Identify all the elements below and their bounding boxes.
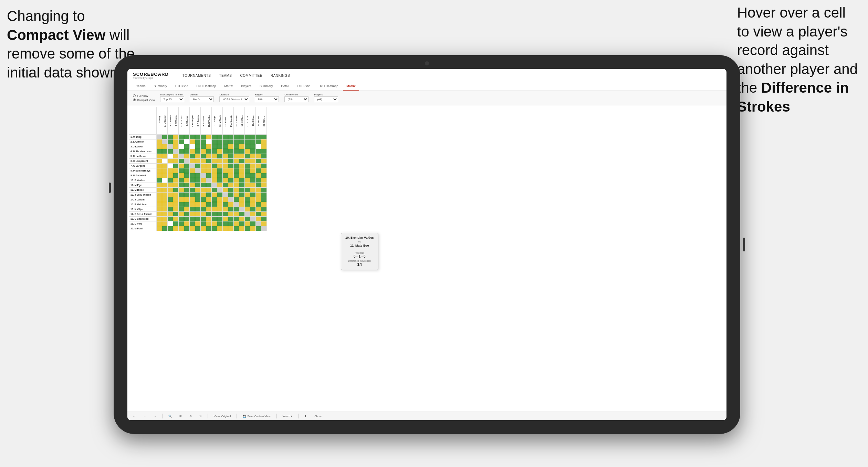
cell-17-2[interactable]	[162, 212, 168, 217]
cell-19-4[interactable]	[173, 221, 179, 226]
cell-18-18[interactable]	[250, 217, 256, 221]
cell-12-4[interactable]	[173, 188, 179, 193]
cell-10-6[interactable]	[184, 178, 190, 183]
cell-8-12[interactable]	[217, 168, 223, 173]
division-select[interactable]: NCAA Division I	[219, 96, 249, 102]
cell-6-6[interactable]	[184, 159, 190, 164]
cell-16-11[interactable]	[212, 207, 217, 212]
watch-button[interactable]: Watch ▾	[281, 414, 294, 418]
cell-15-5[interactable]	[179, 202, 184, 207]
cell-18-7[interactable]	[190, 217, 195, 221]
cell-7-7[interactable]	[190, 164, 195, 168]
cell-13-7[interactable]	[190, 193, 195, 197]
cell-14-1[interactable]	[157, 197, 162, 202]
cell-14-16[interactable]	[239, 197, 245, 202]
cell-8-4[interactable]	[173, 168, 179, 173]
cell-20-10[interactable]	[206, 226, 212, 231]
cell-13-10[interactable]	[206, 193, 212, 197]
cell-13-20[interactable]	[261, 193, 267, 197]
cell-18-2[interactable]	[162, 217, 168, 221]
max-players-select[interactable]: Top 25	[160, 96, 184, 102]
cell-9-12[interactable]	[217, 173, 223, 178]
cell-11-12[interactable]	[217, 183, 223, 188]
cell-19-19[interactable]	[256, 221, 261, 226]
cell-5-11[interactable]	[212, 154, 217, 159]
cell-1-20[interactable]	[261, 135, 267, 139]
cell-14-20[interactable]	[261, 197, 267, 202]
cell-19-10[interactable]	[206, 221, 212, 226]
cell-5-20[interactable]	[261, 154, 267, 159]
cell-10-1[interactable]	[157, 178, 162, 183]
cell-19-3[interactable]	[168, 221, 173, 226]
cell-14-6[interactable]	[184, 197, 190, 202]
cell-18-19[interactable]	[256, 217, 261, 221]
cell-4-20[interactable]	[261, 149, 267, 154]
cell-7-6[interactable]	[184, 164, 190, 168]
cell-11-13[interactable]	[223, 183, 228, 188]
cell-1-4[interactable]	[173, 135, 179, 139]
cell-15-13[interactable]	[223, 202, 228, 207]
cell-18-14[interactable]	[228, 217, 234, 221]
cell-4-10[interactable]	[206, 149, 212, 154]
cell-13-5[interactable]	[179, 193, 184, 197]
gender-select[interactable]: Men's	[190, 96, 214, 102]
grid-button[interactable]: ⊞	[178, 414, 184, 418]
undo-button[interactable]: ↩	[132, 414, 137, 418]
cell-15-14[interactable]	[228, 202, 234, 207]
cell-18-16[interactable]	[239, 217, 245, 221]
heatmap-area[interactable]: 1. W Ding 2. L Clanton 3. J Koivun 4. M …	[127, 105, 726, 412]
cell-14-2[interactable]	[162, 197, 168, 202]
cell-12-17[interactable]	[245, 188, 250, 193]
cell-17-12[interactable]	[217, 212, 223, 217]
cell-1-18[interactable]	[250, 135, 256, 139]
nav-rankings[interactable]: RANKINGS	[271, 74, 290, 77]
cell-14-18[interactable]	[250, 197, 256, 202]
cell-4-7[interactable]	[190, 149, 195, 154]
cell-6-7[interactable]	[190, 159, 195, 164]
compact-view-radio[interactable]	[133, 98, 136, 101]
cell-3-5[interactable]	[179, 144, 184, 149]
full-view-radio[interactable]	[133, 94, 136, 97]
cell-8-14[interactable]	[228, 168, 234, 173]
cell-17-17[interactable]	[245, 212, 250, 217]
cell-19-20[interactable]	[261, 221, 267, 226]
cell-2-19[interactable]	[256, 139, 261, 144]
cell-16-13[interactable]	[223, 207, 228, 212]
cell-15-18[interactable]	[250, 202, 256, 207]
cell-9-1[interactable]	[157, 173, 162, 178]
cell-13-18[interactable]	[250, 193, 256, 197]
cell-19-15[interactable]	[234, 221, 239, 226]
cell-5-2[interactable]	[162, 154, 168, 159]
cell-2-7[interactable]	[190, 139, 195, 144]
nav-committee[interactable]: COMMITTEE	[240, 74, 262, 77]
cell-13-12[interactable]	[217, 193, 223, 197]
cell-13-17[interactable]	[245, 193, 250, 197]
cell-4-4[interactable]	[173, 149, 179, 154]
cell-12-19[interactable]	[256, 188, 261, 193]
cell-8-16[interactable]	[239, 168, 245, 173]
cell-10-4[interactable]	[173, 178, 179, 183]
cell-7-14[interactable]	[228, 164, 234, 168]
cell-19-7[interactable]	[190, 221, 195, 226]
cell-16-5[interactable]	[179, 207, 184, 212]
cell-12-10[interactable]	[206, 188, 212, 193]
cell-5-3[interactable]	[168, 154, 173, 159]
cell-12-5[interactable]	[179, 188, 184, 193]
cell-20-17[interactable]	[245, 226, 250, 231]
cell-20-4[interactable]	[173, 226, 179, 231]
cell-16-1[interactable]	[157, 207, 162, 212]
cell-17-3[interactable]	[168, 212, 173, 217]
cell-17-19[interactable]	[256, 212, 261, 217]
cell-12-8[interactable]	[195, 188, 201, 193]
cell-8-11[interactable]	[212, 168, 217, 173]
cell-14-4[interactable]	[173, 197, 179, 202]
cell-3-11[interactable]	[212, 144, 217, 149]
cell-8-3[interactable]	[168, 168, 173, 173]
cell-9-7[interactable]	[190, 173, 195, 178]
cell-3-9[interactable]	[201, 144, 206, 149]
cell-8-7[interactable]	[190, 168, 195, 173]
cell-10-13[interactable]	[223, 178, 228, 183]
cell-2-1[interactable]	[157, 139, 162, 144]
cell-14-9[interactable]	[201, 197, 206, 202]
cell-3-14[interactable]	[228, 144, 234, 149]
